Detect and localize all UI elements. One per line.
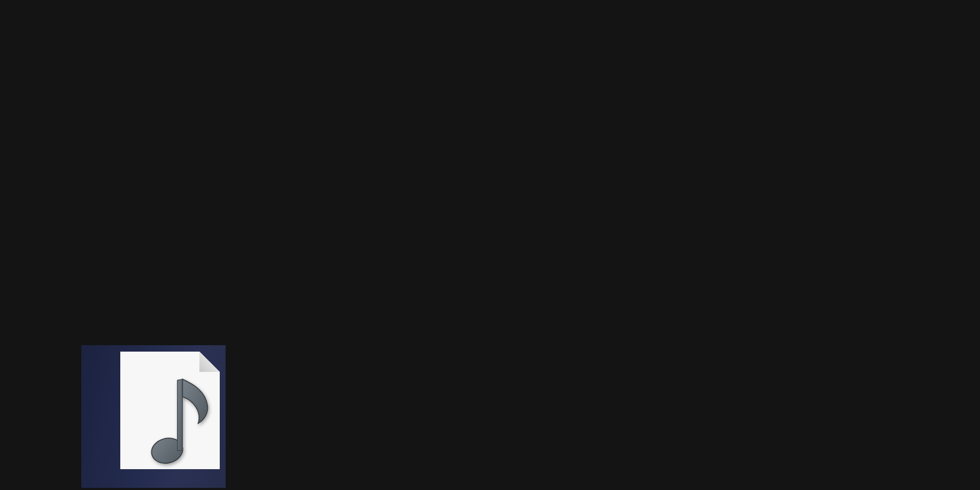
audacity-app (0, 0, 980, 490)
music-note-icon (149, 370, 217, 466)
